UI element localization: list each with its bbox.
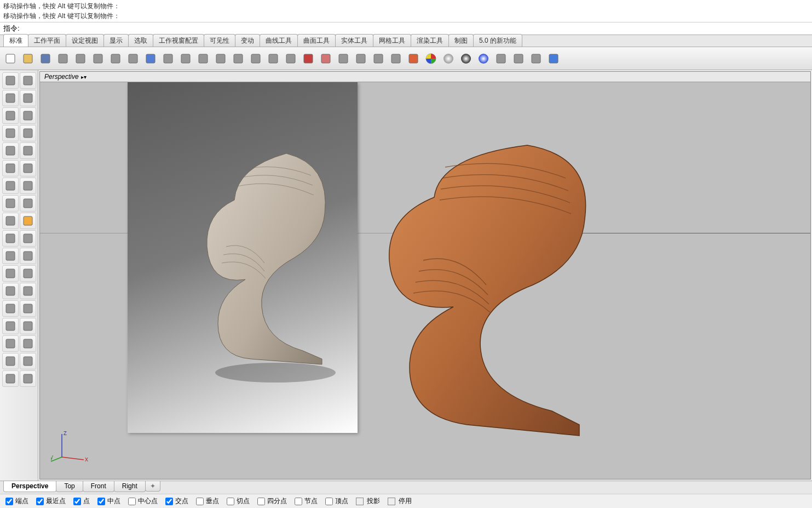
view-tab-top[interactable]: Top [56, 481, 83, 492]
blob-icon[interactable] [20, 160, 36, 176]
layers-panel-icon[interactable] [353, 50, 369, 67]
osnap-checkbox[interactable] [227, 498, 234, 505]
grid-toggle-icon[interactable] [283, 50, 299, 67]
osnap-checkbox[interactable] [257, 498, 265, 505]
menu-tab-3[interactable]: 显示 [103, 34, 129, 47]
snap-point-icon[interactable] [20, 248, 36, 264]
print-icon[interactable] [55, 50, 71, 67]
text-icon[interactable] [2, 283, 19, 299]
view-tab-right[interactable]: Right [114, 481, 146, 492]
cylinder-solid-icon[interactable] [20, 178, 36, 194]
pointer-arrow-icon[interactable] [2, 72, 19, 89]
sphere-dark-icon[interactable] [458, 50, 474, 67]
rectangle-icon[interactable] [20, 125, 36, 141]
paste-special-icon[interactable] [125, 50, 141, 67]
triangle-curve-icon[interactable] [2, 125, 19, 141]
hex-right-icon[interactable] [20, 370, 36, 387]
copy-icon[interactable] [107, 50, 124, 67]
undo-icon[interactable] [142, 50, 159, 67]
save-file-icon[interactable] [37, 50, 54, 67]
sphere-blue-icon[interactable] [475, 50, 492, 67]
chevron-down-icon[interactable]: ▸▾ [81, 74, 87, 80]
layer-state-icon[interactable] [335, 50, 352, 67]
line-icon[interactable] [2, 90, 19, 106]
osnap-toggle-0[interactable]: 投影 [356, 496, 380, 506]
torus-icon[interactable] [2, 195, 19, 212]
box-wire-icon[interactable] [2, 353, 19, 369]
menu-tab-4[interactable]: 选取 [128, 34, 153, 47]
cut-icon[interactable] [90, 50, 106, 67]
osnap-toggle-1[interactable]: 停用 [388, 496, 412, 506]
menu-tab-14[interactable]: 5.0 的新功能 [473, 34, 522, 47]
fillet-curve-icon[interactable] [20, 142, 36, 159]
light-toggle-icon[interactable] [370, 50, 387, 67]
flame-icon[interactable] [20, 213, 36, 229]
osnap-1[interactable]: 最近点 [36, 496, 66, 506]
color-wheel-icon[interactable] [423, 50, 439, 67]
osnap-checkbox[interactable] [196, 498, 204, 505]
zoom-in-icon[interactable] [212, 50, 229, 67]
block-icon[interactable] [2, 318, 19, 334]
menu-tab-2[interactable]: 设定视图 [66, 34, 104, 47]
erase-icon[interactable] [318, 50, 334, 67]
menu-tab-5[interactable]: 工作视窗配置 [153, 34, 204, 47]
align-icon[interactable] [528, 50, 544, 67]
osnap-checkbox[interactable] [5, 498, 13, 505]
clipboard-paste-icon[interactable] [72, 50, 89, 67]
add-view-tab[interactable]: ✦ [145, 481, 160, 492]
menu-tab-0[interactable]: 标准 [3, 34, 28, 47]
command-input[interactable] [22, 25, 809, 33]
osnap-7[interactable]: 切点 [227, 496, 250, 506]
osnap-6[interactable]: 垂点 [196, 496, 219, 506]
viewport-title-bar[interactable]: Perspective ▸▾ [40, 72, 810, 82]
osnap-3[interactable]: 中点 [97, 496, 120, 506]
wand-icon[interactable] [493, 50, 509, 67]
osnap-4[interactable]: 中心点 [128, 496, 158, 506]
osnap-checkbox[interactable] [165, 498, 173, 505]
plane-icon[interactable] [20, 195, 36, 212]
osnap-5[interactable]: 交点 [165, 496, 188, 506]
check-ok-icon[interactable] [20, 353, 36, 369]
open-file-icon[interactable] [20, 50, 36, 67]
zoom-out-icon[interactable] [195, 50, 211, 67]
osnap-checkbox[interactable] [295, 498, 302, 505]
osnap-2[interactable]: 点 [73, 496, 90, 506]
freeform-icon[interactable] [2, 160, 19, 176]
lock-icon[interactable] [388, 50, 404, 67]
menu-tab-8[interactable]: 曲线工具 [260, 34, 298, 47]
menu-tab-11[interactable]: 网格工具 [373, 34, 411, 47]
menu-tab-10[interactable]: 实体工具 [335, 34, 373, 47]
osnap-8[interactable]: 四分点 [257, 496, 287, 506]
zoom-extents-icon[interactable] [247, 50, 264, 67]
polyline-rect-icon[interactable] [20, 90, 36, 106]
grip-icon[interactable] [20, 318, 36, 334]
osnap-checkbox[interactable] [36, 498, 44, 505]
command-line[interactable]: 指令: [0, 22, 812, 35]
array-icon[interactable] [2, 300, 19, 317]
grid-dots-icon[interactable] [2, 335, 19, 352]
circle-icon[interactable] [2, 107, 19, 124]
osnap-checkbox[interactable] [325, 498, 333, 505]
car-preview-icon[interactable] [300, 50, 316, 67]
network-icon[interactable] [20, 265, 36, 282]
scale-arrow-icon[interactable] [20, 283, 36, 299]
gear-move-icon[interactable] [510, 50, 527, 67]
menu-tab-12[interactable]: 渲染工具 [411, 34, 449, 47]
arc-icon[interactable] [2, 142, 19, 159]
menu-tab-6[interactable]: 可见性 [204, 34, 235, 47]
eraser-edit-icon[interactable] [20, 230, 36, 247]
pencil-edit-icon[interactable] [2, 230, 19, 247]
osnap-checkbox[interactable] [128, 498, 136, 505]
point-single-icon[interactable] [20, 72, 36, 89]
render-material-icon[interactable] [405, 50, 422, 67]
extract-icon[interactable] [20, 300, 36, 317]
menu-tab-1[interactable]: 工作平面 [28, 34, 66, 47]
ellipse-icon[interactable] [20, 107, 36, 124]
menu-tab-7[interactable]: 变动 [235, 34, 260, 47]
osnap-checkbox[interactable] [97, 498, 105, 505]
crosshair-icon[interactable] [177, 50, 194, 67]
sphere-gray-icon[interactable] [440, 50, 457, 67]
osnap-0[interactable]: 端点 [5, 496, 28, 506]
handle-icon[interactable] [20, 335, 36, 352]
osnap-9[interactable]: 节点 [295, 496, 318, 506]
